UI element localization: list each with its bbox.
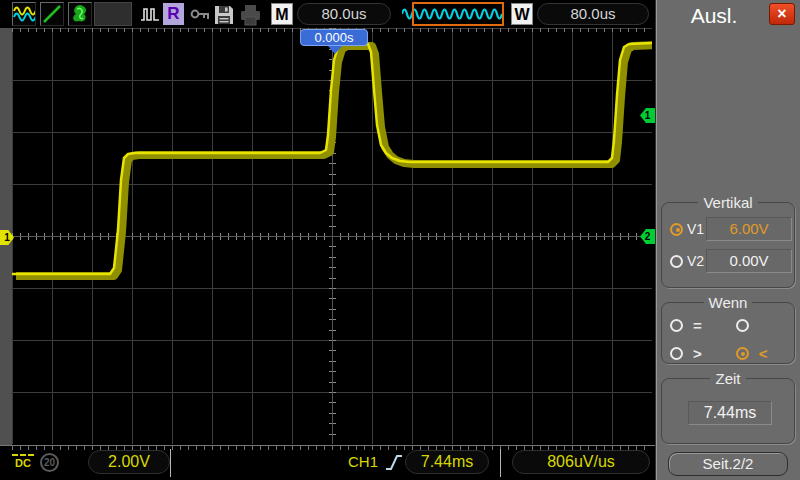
oscilloscope-screen: R M xyxy=(0,0,800,480)
v2-label: V2 xyxy=(687,253,704,269)
zeit-value-field[interactable]: 7.44ms xyxy=(688,401,772,425)
zeit-group: Zeit 7.44ms xyxy=(661,378,795,444)
v2-value-field[interactable]: 0.00V xyxy=(706,249,792,273)
zeit-title: Zeit xyxy=(710,370,745,387)
channel-waves-icon[interactable] xyxy=(12,2,36,26)
lock-icon[interactable] xyxy=(189,3,211,25)
waveform-thumbnail[interactable] xyxy=(402,2,504,26)
trigger-position-tab[interactable]: 0.000s xyxy=(300,29,368,46)
when-notequal-radio[interactable] xyxy=(736,319,749,332)
display-area: 0.000s 1 2 1 xyxy=(0,28,655,445)
vertikal-title: Vertikal xyxy=(698,194,757,211)
v1-value-field[interactable]: 6.00V xyxy=(706,217,792,241)
v1-radio[interactable] xyxy=(670,223,683,236)
waveform-trace xyxy=(12,28,652,444)
when-equal-radio[interactable] xyxy=(670,319,683,332)
graticule: 0.000s 1 2 xyxy=(12,28,652,444)
status-separator xyxy=(500,449,501,477)
main-timebase-button[interactable]: M xyxy=(271,3,293,25)
window-timebase-readout: 80.0us xyxy=(537,3,649,25)
bandwidth-limit-icon[interactable]: 20 xyxy=(40,453,59,472)
volts-per-div-readout: 2.00V xyxy=(88,450,170,474)
print-icon[interactable] xyxy=(239,3,262,27)
close-button[interactable]: × xyxy=(769,3,795,25)
v1-label: V1 xyxy=(687,221,704,237)
status-separator xyxy=(170,449,171,477)
page-button[interactable]: Seit.2/2 xyxy=(668,452,788,476)
main-timebase-readout: 80.0us xyxy=(297,3,391,25)
wenn-title: Wenn xyxy=(704,294,753,311)
wenn-group: Wenn = > < xyxy=(661,302,795,364)
less-symbol: < xyxy=(759,345,768,362)
toolbar: R M xyxy=(0,0,655,28)
trigger-menu-panel: Ausl. × Vertikal V1 6.00V V2 0.00V Wenn … xyxy=(655,0,800,480)
trigger-source-label: CH1 xyxy=(348,453,378,470)
window-zoom-region[interactable] xyxy=(412,2,504,26)
v2-radio[interactable] xyxy=(670,255,683,268)
trigger-position-pointer-icon xyxy=(328,46,342,54)
save-icon[interactable] xyxy=(212,3,237,27)
trigger-slope-icon xyxy=(385,451,403,477)
toolbar-empty-slot xyxy=(94,2,132,26)
glitch-icon[interactable] xyxy=(140,3,160,25)
window-timebase-button[interactable]: W xyxy=(511,3,533,25)
slew-rate-readout: 806uV/us xyxy=(512,450,650,474)
rollmode-button[interactable]: R xyxy=(163,3,184,25)
panel-title: Ausl. xyxy=(668,4,760,28)
vertikal-group: Vertikal V1 6.00V V2 0.00V xyxy=(661,202,795,288)
equal-symbol: = xyxy=(693,317,702,334)
coupling-dc-icon[interactable]: DC xyxy=(10,451,36,469)
when-greater-radio[interactable] xyxy=(670,347,683,360)
xy-display-icon[interactable] xyxy=(68,2,92,26)
status-bar: DC 20 2.00V CH1 7.44ms 806uV/us xyxy=(0,445,655,480)
coupling-label: DC xyxy=(10,457,36,469)
greater-symbol: > xyxy=(693,345,702,362)
line-display-icon[interactable] xyxy=(40,2,64,26)
pulse-width-readout: 7.44ms xyxy=(405,450,489,474)
when-less-radio[interactable] xyxy=(736,347,749,360)
